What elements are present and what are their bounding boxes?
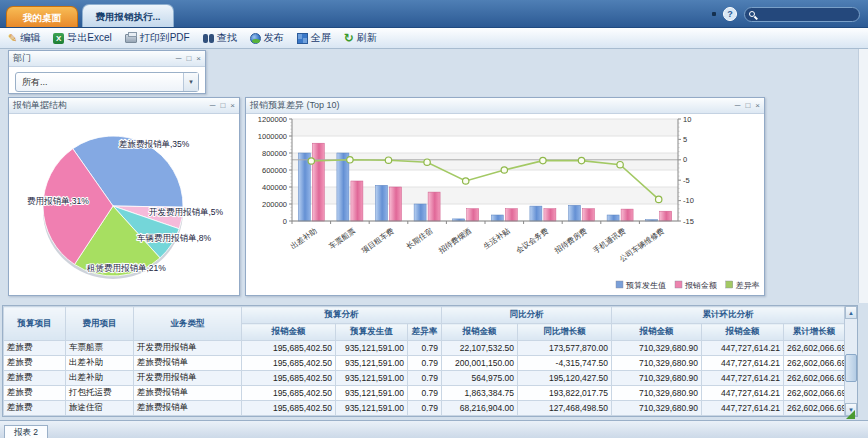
- table-cell[interactable]: 差旅费: [4, 401, 66, 416]
- legend-swatch-2[interactable]: [726, 281, 733, 288]
- table-cell[interactable]: 22,107,532.50: [442, 341, 518, 356]
- bar-reimb-7[interactable]: [583, 209, 595, 221]
- table-cell[interactable]: 差旅费: [4, 386, 66, 401]
- table-cell[interactable]: 262,602,066.69: [784, 371, 845, 386]
- table-cell[interactable]: 差旅费: [4, 356, 66, 371]
- print-pdf-button[interactable]: 打印到PDF: [125, 31, 190, 45]
- bar-reimb-5[interactable]: [505, 209, 517, 221]
- bar-reimb-3[interactable]: [428, 192, 440, 221]
- chevron-down-icon[interactable]: ▾: [183, 73, 198, 91]
- tab-expense-report[interactable]: 费用报销执行...: [82, 4, 174, 27]
- bar-reimb-0[interactable]: [312, 143, 324, 221]
- table-cell[interactable]: 195,120,427.50: [518, 371, 612, 386]
- maximize-icon[interactable]: □: [220, 101, 225, 110]
- legend-label[interactable]: 报销金额: [684, 281, 717, 290]
- bar-reimb-4[interactable]: [467, 209, 479, 221]
- table-cell[interactable]: 447,727,614.21: [702, 341, 784, 356]
- bar-budget-6[interactable]: [530, 206, 542, 221]
- table-cell[interactable]: 0.79: [408, 356, 442, 371]
- scroll-up-icon[interactable]: ▲: [845, 306, 857, 319]
- table-cell[interactable]: 195,685,402.50: [242, 341, 336, 356]
- table-cell[interactable]: 447,727,614.21: [702, 371, 784, 386]
- table-row[interactable]: 差旅费车票船票开发费用报销单195,685,402.50935,121,591.…: [4, 341, 845, 356]
- table-row[interactable]: 差旅费出差补助差旅费报销单195,685,402.50935,121,591.0…: [4, 356, 845, 371]
- table-row[interactable]: 差旅费旅途住宿差旅费报销单195,685,402.50935,121,591.0…: [4, 401, 845, 416]
- table-cell[interactable]: 195,685,402.50: [242, 386, 336, 401]
- line-marker-7[interactable]: [578, 157, 584, 163]
- menu-dot-icon[interactable]: [712, 12, 716, 16]
- table-cell[interactable]: 935,121,591.00: [336, 356, 408, 371]
- resize-grip-icon[interactable]: [846, 410, 855, 419]
- table-cell[interactable]: 出差补助: [66, 356, 134, 371]
- search-input[interactable]: [744, 7, 860, 22]
- bar-reimb-6[interactable]: [544, 209, 556, 221]
- table-cell[interactable]: 200,001,150.00: [442, 356, 518, 371]
- line-marker-3[interactable]: [424, 159, 430, 165]
- legend-swatch-0[interactable]: [616, 281, 623, 288]
- minimize-icon[interactable]: ─: [176, 54, 182, 63]
- close-icon[interactable]: ×: [755, 101, 760, 110]
- bar-budget-7[interactable]: [569, 205, 581, 221]
- bar-reimb-9[interactable]: [660, 211, 672, 221]
- table-cell[interactable]: 打包托运费: [66, 386, 134, 401]
- close-icon[interactable]: ×: [230, 101, 235, 110]
- edit-button[interactable]: ✎编辑: [8, 31, 40, 45]
- minimize-icon[interactable]: ─: [210, 101, 216, 110]
- refresh-button[interactable]: ↻刷新: [344, 31, 377, 45]
- table-cell[interactable]: 935,121,591.00: [336, 371, 408, 386]
- line-marker-6[interactable]: [540, 157, 546, 163]
- table-cell[interactable]: 195,685,402.50: [242, 356, 336, 371]
- table-cell[interactable]: 1,863,384.75: [442, 386, 518, 401]
- table-cell[interactable]: -4,315,747.50: [518, 356, 612, 371]
- line-marker-8[interactable]: [617, 162, 623, 168]
- tab-my-desktop[interactable]: 我的桌面: [6, 6, 78, 27]
- table-cell[interactable]: 差旅费报销单: [134, 386, 242, 401]
- table-cell[interactable]: 447,727,614.21: [702, 356, 784, 371]
- legend-label[interactable]: 差异率: [736, 281, 760, 290]
- table-cell[interactable]: 935,121,591.00: [336, 401, 408, 416]
- table-cell[interactable]: 开发费用报销单: [134, 371, 242, 386]
- table-cell[interactable]: 262,602,066.69: [784, 341, 845, 356]
- help-icon[interactable]: ?: [723, 7, 737, 21]
- line-marker-2[interactable]: [385, 157, 391, 163]
- table-cell[interactable]: 447,727,614.21: [702, 386, 784, 401]
- line-marker-9[interactable]: [656, 196, 662, 202]
- table-cell[interactable]: 出差补助: [66, 371, 134, 386]
- table-cell[interactable]: 935,121,591.00: [336, 386, 408, 401]
- table-cell[interactable]: 开发费用报销单: [134, 341, 242, 356]
- bar-reimb-2[interactable]: [390, 187, 402, 221]
- table-cell[interactable]: 262,602,066.69: [784, 401, 845, 416]
- line-marker-5[interactable]: [501, 167, 507, 173]
- maximize-icon[interactable]: □: [745, 101, 750, 110]
- sheet-tab[interactable]: 报表 2: [4, 425, 48, 438]
- table-cell[interactable]: 262,602,066.69: [784, 386, 845, 401]
- bar-budget-1[interactable]: [337, 153, 349, 221]
- table-cell[interactable]: 710,329,680.90: [612, 341, 702, 356]
- line-marker-4[interactable]: [463, 178, 469, 184]
- table-cell[interactable]: 0.79: [408, 401, 442, 416]
- table-cell[interactable]: 车票船票: [66, 341, 134, 356]
- table-cell[interactable]: 差旅费报销单: [134, 401, 242, 416]
- table-cell[interactable]: 935,121,591.00: [336, 341, 408, 356]
- table-row[interactable]: 差旅费打包托运费差旅费报销单195,685,402.50935,121,591.…: [4, 386, 845, 401]
- maximize-icon[interactable]: □: [186, 54, 191, 63]
- table-cell[interactable]: 差旅费: [4, 371, 66, 386]
- minimize-icon[interactable]: ─: [735, 101, 741, 110]
- table-cell[interactable]: 127,468,498.50: [518, 401, 612, 416]
- table-cell[interactable]: 195,685,402.50: [242, 371, 336, 386]
- table-cell[interactable]: 564,975.00: [442, 371, 518, 386]
- table-cell[interactable]: 195,685,402.50: [242, 401, 336, 416]
- legend-swatch-1[interactable]: [675, 281, 682, 288]
- table-cell[interactable]: 710,329,680.90: [612, 371, 702, 386]
- table-cell[interactable]: 旅途住宿: [66, 401, 134, 416]
- table-cell[interactable]: 差旅费: [4, 341, 66, 356]
- table-cell[interactable]: 710,329,680.90: [612, 386, 702, 401]
- table-cell[interactable]: 447,727,614.21: [702, 401, 784, 416]
- bar-reimb-8[interactable]: [621, 209, 633, 221]
- table-scrollbar[interactable]: ▲ ▼: [844, 306, 857, 416]
- export-excel-button[interactable]: X导出Excel: [53, 31, 111, 45]
- table-cell[interactable]: 0.79: [408, 371, 442, 386]
- table-cell[interactable]: 710,329,680.90: [612, 401, 702, 416]
- table-cell[interactable]: 0.79: [408, 341, 442, 356]
- table-cell[interactable]: 193,822,017.75: [518, 386, 612, 401]
